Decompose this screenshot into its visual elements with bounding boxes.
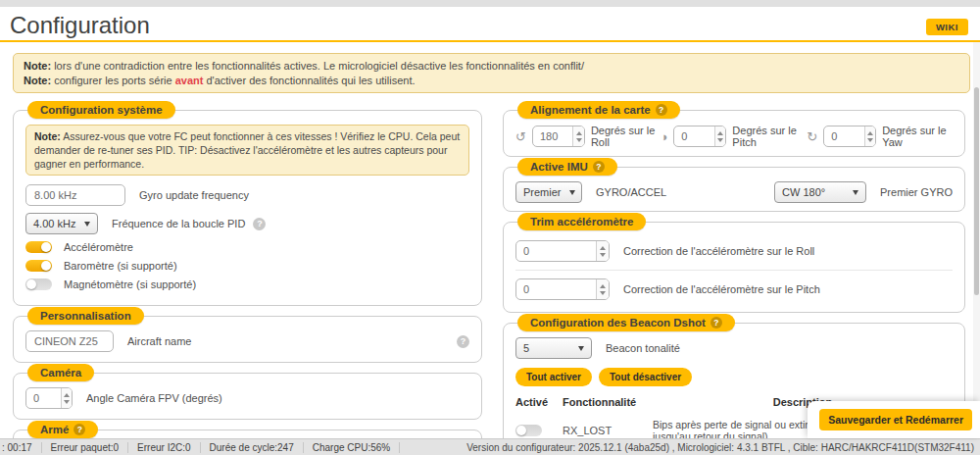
note-emphasis: avant — [175, 75, 204, 86]
arrow-up-icon — [600, 284, 606, 288]
section-header-board-alignment: Alignement de la carte? — [517, 101, 680, 119]
scrollbar[interactable] — [973, 42, 980, 438]
status-connection-time: : 00:17 — [0, 442, 42, 453]
roll-degrees-value[interactable] — [533, 126, 573, 146]
rx-lost-label: RX_LOST — [563, 425, 653, 436]
roll-stepper[interactable] — [572, 126, 583, 146]
pitch-degrees-input[interactable] — [673, 126, 726, 147]
gyro-accel-select[interactable]: Premier — [515, 181, 582, 203]
save-and-reboot-button[interactable]: Sauvegarder et Redémarrer — [819, 409, 972, 430]
beacon-tone-select[interactable]: 5 — [515, 337, 592, 359]
accel-trim-pitch-label: Correction de l'accéléromètre sur le Pit… — [623, 283, 820, 295]
section-title: Trim accéléromètre — [530, 216, 633, 228]
note-label: Note: — [24, 60, 51, 72]
section-title: Configuration des Beacon Dshot — [530, 317, 706, 329]
section-personalization: Personnalisation Aircraft name ? — [13, 316, 482, 363]
aircraft-name-input[interactable] — [25, 330, 114, 352]
accel-trim-roll-stepper[interactable] — [596, 241, 609, 261]
arrow-down-icon — [64, 400, 70, 404]
global-note-line1: Note: lors d'une contradiction entre les… — [24, 59, 959, 74]
accel-trim-roll-value[interactable] — [516, 241, 596, 261]
version-info: Version du configurateur: 2025.12.1 (4ab… — [466, 442, 980, 453]
section-header-dshot-beacon: Configuration des Beacon Dshot? — [517, 314, 735, 331]
pitch-degrees-value[interactable] — [674, 126, 714, 146]
fpv-angle-value[interactable] — [26, 388, 61, 408]
global-note-line2: Note: configurer les ports série avant d… — [24, 74, 959, 88]
gyro-frequency-input[interactable] — [25, 184, 125, 206]
gyro-frequency-row: Gyro update frequency — [25, 184, 469, 206]
pid-loop-select[interactable]: 4.00 kHz — [25, 213, 98, 234]
aircraft-name-label: Aircraft name — [127, 335, 191, 347]
header-enabled: Activé — [515, 396, 563, 408]
toggle-knob — [26, 279, 36, 289]
configuration-page: Configuration WIKI Note: lors d'une cont… — [0, 0, 980, 455]
barometer-toggle-row: Baromètre (si supporté) — [25, 260, 469, 272]
accel-trim-pitch-stepper[interactable] — [596, 279, 609, 299]
section-camera: Caméra Angle Caméra FPV (degrés) — [13, 373, 482, 420]
first-gyro-select[interactable]: CW 180° — [774, 181, 866, 203]
section-title: Personnalisation — [40, 310, 131, 322]
accelerometer-toggle-row: Accéléromètre — [25, 241, 469, 253]
section-title: Configuration système — [40, 104, 163, 116]
help-icon[interactable]: ? — [710, 317, 722, 329]
roll-degrees-input[interactable] — [532, 126, 585, 147]
imu-row: Premier GYRO/ACCEL CW 180° Premier GYRO — [515, 181, 953, 203]
note-text: lors d'une contradiction entre les fonct… — [51, 60, 584, 72]
fpv-angle-input[interactable] — [25, 387, 73, 409]
chevron-down-icon — [853, 190, 858, 195]
status-cpu-load: Charge CPU:56% — [304, 442, 400, 453]
roll-degrees-label: Degrés sur le Roll — [591, 125, 661, 148]
magnetometer-toggle[interactable] — [25, 278, 52, 290]
system-note: Note: Assurez-vous que votre FC peut fon… — [25, 125, 469, 176]
pitch-stepper[interactable] — [714, 126, 725, 146]
note-label: Note: — [24, 75, 51, 86]
help-icon[interactable]: ? — [74, 424, 85, 435]
help-icon[interactable]: ? — [593, 161, 605, 173]
help-icon[interactable]: ? — [253, 218, 266, 230]
scrollbar-thumb[interactable] — [974, 87, 979, 295]
status-bar: : 00:17 Erreur paquet:0 Erreur I2C:0 Dur… — [0, 438, 980, 455]
page-header: Configuration WIKI — [0, 7, 980, 42]
pid-loop-label: Fréquence de la boucle PID — [112, 218, 245, 229]
magnetometer-label: Magnétomètre (si supporté) — [64, 278, 196, 290]
disable-all-button[interactable]: Tout désactiver — [599, 368, 692, 386]
yaw-degrees-value[interactable] — [824, 126, 864, 146]
roll-alignment: ↺ Degrés sur le Roll — [515, 125, 661, 148]
yaw-degrees-label: Degrés sur le Yaw — [882, 125, 953, 148]
enable-all-button[interactable]: Tout activer — [515, 368, 592, 386]
help-icon[interactable]: ? — [457, 335, 469, 348]
accel-trim-roll-input[interactable] — [515, 240, 610, 262]
yaw-degrees-input[interactable] — [823, 126, 876, 147]
gyro-accel-value: Premier — [523, 186, 562, 198]
barometer-toggle[interactable] — [25, 260, 52, 272]
section-header-accel-trim: Trim accéléromètre — [517, 213, 646, 230]
alignment-axes-row: ↺ Degrés sur le Roll ◑ Degrés — [515, 125, 953, 148]
fpv-angle-stepper[interactable] — [61, 388, 72, 408]
save-bar: Sauvegarder et Redémarrer — [808, 401, 980, 438]
rx-lost-toggle[interactable] — [515, 425, 542, 436]
yaw-stepper[interactable] — [864, 126, 875, 146]
roll-rotation-icon: ↺ — [515, 130, 526, 143]
accel-trim-pitch-input[interactable] — [515, 278, 610, 300]
pid-loop-value: 4.00 kHz — [33, 218, 75, 229]
arrow-up-icon — [717, 131, 723, 135]
section-accel-trim: Trim accéléromètre Correction de l'accél… — [503, 222, 965, 313]
arrow-up-icon — [600, 246, 606, 250]
help-icon[interactable]: ? — [656, 104, 667, 116]
arrow-down-icon — [576, 138, 582, 142]
yaw-alignment: ↻ Degrés sur le Yaw — [807, 125, 953, 148]
arrow-down-icon — [717, 138, 723, 142]
accel-trim-pitch-value[interactable] — [516, 279, 596, 299]
accelerometer-toggle[interactable] — [25, 241, 52, 253]
beacon-tone-row: 5 Beacon tonalité — [515, 337, 953, 359]
section-header-system: Configuration système — [27, 101, 175, 119]
wiki-button[interactable]: WIKI — [926, 19, 968, 35]
section-header-camera: Caméra — [27, 364, 94, 381]
section-header-active-imu: Active IMU? — [517, 158, 617, 176]
note-label: Note: — [34, 130, 61, 142]
header-feature: Fonctionnalité — [563, 396, 653, 408]
chevron-down-icon — [578, 346, 584, 351]
beacon-tone-value: 5 — [523, 342, 529, 354]
page-title: Configuration — [10, 11, 970, 40]
magnetometer-toggle-row: Magnétomètre (si supporté) — [25, 278, 469, 290]
